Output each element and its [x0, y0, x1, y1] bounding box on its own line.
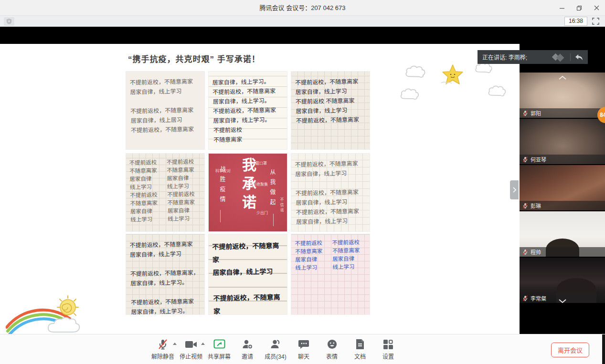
security-shield-button[interactable] [4, 17, 14, 26]
leave-meeting-button[interactable]: 离开会议 [551, 343, 589, 357]
participant-name: 李常粲 [531, 294, 546, 302]
participants-sidebar: 郭阳 何亚琴 彭琳 程帅 [520, 27, 605, 334]
chevron-up-icon [558, 75, 567, 80]
pledge-text: 不提前返校 不随意离家 居家自律 线上学习 不提前返校 不随意离家 居家自律 线… [126, 154, 204, 229]
edge-strip [602, 334, 605, 364]
shared-screen-content: “携手抗疫，共克时艰” 手写承诺！ 不提前返校，不随意离家 居家自律，线上学习 … [0, 44, 520, 334]
scroll-up-chevron[interactable] [558, 73, 567, 82]
cloud-doodle [487, 85, 507, 97]
minimize-button[interactable] [558, 4, 566, 12]
tool-label: 邀请 [242, 352, 253, 360]
chat-icon [298, 339, 309, 350]
tool-label: 设置 [382, 352, 394, 360]
participant-tile[interactable]: 李常粲 [520, 258, 605, 303]
bottom-toolbar: 解除静音 停止视频 共享屏幕 邀请 [0, 334, 605, 364]
cloud-doodle [399, 88, 420, 100]
members-icon [270, 339, 281, 350]
pledge-text: 不提前返校，不随意离家 居家自律，线上学习 不提前返校，不随意离家 居家自律，线… [291, 154, 370, 231]
shield-plus-icon [6, 18, 12, 24]
reply-arrow-icon[interactable] [574, 54, 583, 61]
chevron-down-icon [558, 299, 567, 303]
tool-label: 聊天 [298, 352, 309, 360]
share-screen-button[interactable]: 共享屏幕 [207, 338, 231, 360]
restore-icon [576, 5, 582, 11]
participant-tile[interactable]: 何亚琴 [520, 119, 605, 164]
fullscreen-button[interactable] [592, 18, 599, 25]
window-title: 腾讯会议 会议号：207 042 673 [0, 0, 605, 16]
tool-label: 文档 [354, 352, 366, 360]
mic-muted-icon [522, 110, 528, 116]
star-doodle [440, 63, 465, 87]
mic-options-caret[interactable] [173, 343, 177, 345]
pledge-text: 不提前返校 不随意离家 居家自律 线上学习 不提前返校 不随意离家 居家自律 线… [291, 234, 370, 277]
chat-button[interactable]: 聊天 [292, 338, 316, 360]
stop-video-button[interactable]: 停止视频 [179, 338, 203, 360]
toolbar-items: 解除静音 停止视频 共享屏幕 邀请 [151, 338, 400, 360]
mic-muted-icon [522, 249, 528, 255]
window-titlebar: 腾讯会议 会议号：207 042 673 [0, 0, 605, 16]
members-button[interactable]: 成员(34) [264, 338, 287, 360]
close-button[interactable] [593, 4, 600, 12]
pledge-photo: 不提前返校 不随意离家 居家自律 线上学习 不提前返校 不随意离家 居家自律 线… [291, 234, 370, 314]
invite-icon [242, 339, 253, 350]
meeting-stage: “携手抗疫，共克时艰” 手写承诺！ 不提前返校，不随意离家 居家自律，线上学习 … [0, 27, 605, 334]
window-controls [558, 0, 602, 16]
share-screen-icon [213, 339, 225, 350]
active-speaker-bar: 正在讲话: 李雨桦; [478, 50, 588, 64]
pledge-poster: 战胜疫情 我承诺 从我做起 科学应对 戴口罩 拒绝聚集 不信谣 少出门 [209, 154, 287, 231]
poster-divider [220, 210, 221, 222]
speaker-bar-icons [550, 53, 583, 62]
mic-muted-icon [522, 156, 528, 163]
pledge-photo: 不提前返校，不随意离家 居家自律，线上学习 不提前返校 不随意离家 居家自律，线… [291, 72, 370, 149]
maximize-button[interactable] [575, 4, 583, 12]
scroll-down-chevron[interactable] [558, 297, 567, 305]
pledge-photo: 居家自律，线上学习。 不提前返校，不随意离家 居家自律，线上学习。 不提前返校，… [209, 72, 287, 149]
sidebar-collapse-handle[interactable] [510, 180, 519, 199]
fullscreen-icon [592, 18, 599, 25]
pledge-text: 不提前返校，不随意离家 居家自律，线上学习 不提前返校，不随意离家， 居家自律，… [126, 234, 204, 314]
poster-word: 不信谣 [279, 198, 284, 213]
doc-title: “携手抗疫，共克时艰” 手写承诺！ [128, 52, 260, 64]
settings-button[interactable]: 设置 [376, 338, 400, 360]
poster-word: 少出门 [256, 210, 268, 215]
subbar-right: 16:38 [564, 17, 601, 26]
settings-icon [383, 339, 393, 350]
participant-name-bar: 程帅 [520, 247, 605, 257]
cloud-doodle [404, 65, 427, 78]
tool-label: 表情 [326, 352, 338, 360]
participant-name: 程帅 [531, 248, 541, 256]
docs-button[interactable]: 文档 [348, 338, 372, 360]
pledge-photo: 不提前返校，不随意离家 居家自律，线上学习 不提前返校，不随意离家 居家自律，线… [291, 154, 370, 231]
tool-label: 解除静音 [151, 352, 174, 360]
poster-right-text: 从我做起 [268, 169, 276, 209]
participant-tile[interactable]: 彭琳 [520, 165, 605, 210]
unmute-button[interactable]: 解除静音 [151, 338, 175, 360]
mic-muted-icon [157, 339, 169, 350]
docs-icon [355, 339, 365, 350]
emoji-button[interactable]: 表情 [320, 338, 344, 360]
pledge-photo: 不提前返校，不随意离家 居家自律，线上学习 不提前返校，不随意离家， 居家自律，… [126, 234, 204, 314]
participant-name: 彭琳 [531, 202, 541, 209]
emoji-icon [327, 339, 338, 350]
participant-name: 郭阳 [531, 109, 541, 117]
participant-name-bar: 郭阳 [520, 108, 605, 118]
close-icon [594, 5, 599, 10]
mic-muted-icon [522, 295, 528, 302]
meeting-info-bar: 16:38 [0, 16, 605, 27]
tool-label: 停止视频 [180, 352, 202, 360]
pledge-text: 不提前返校，不随意离家 居家自律，线上学习 不提前返校，不随意离家 居家自律，线… [126, 72, 204, 141]
poster-word: 拒绝聚集 [253, 181, 268, 187]
clock-display: 16:38 [564, 17, 587, 26]
logo-diamonds-icon [550, 53, 566, 62]
pledge-text: 不提前返校，不随意离家 居家自律，线上学习 不提前返校，不随意离家 居家自律，线… [209, 234, 287, 314]
minimize-icon [559, 5, 565, 11]
video-options-caret[interactable] [201, 343, 205, 345]
active-speaker-label: 正在讲话: 李雨桦; [482, 53, 527, 61]
participant-tile[interactable]: 程帅 [520, 211, 605, 257]
rainbow-doodle [6, 294, 88, 334]
chevron-right-icon [512, 187, 516, 193]
invite-button[interactable]: 邀请 [235, 338, 259, 360]
mic-muted-icon [522, 203, 528, 209]
pledge-text: 居家自律，线上学习。 不提前返校，不随意离家 居家自律，线上学习。 不提前返校，… [209, 72, 287, 149]
tool-label: 共享屏幕 [208, 352, 231, 360]
